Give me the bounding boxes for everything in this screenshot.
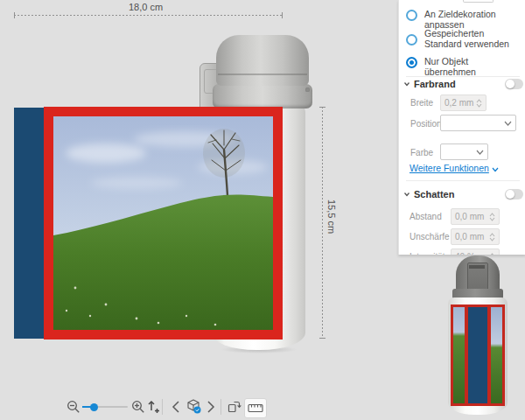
ruler-icon xyxy=(248,403,263,413)
unschaerfe-value: 0,0 mm xyxy=(455,232,484,242)
position-label: Position xyxy=(410,119,442,129)
radio-label: Gespeicherten Standard verwenden xyxy=(424,28,522,49)
next-view-icon[interactable] xyxy=(206,401,216,413)
farbrand-section-title: Farbrand xyxy=(414,79,456,89)
width-dimension-tick-right xyxy=(282,12,283,18)
radio-label: An Zieldekoration anpassen xyxy=(424,9,522,30)
height-dimension-line xyxy=(322,107,323,339)
schatten-section-header[interactable]: Schatten xyxy=(403,189,454,200)
toolbar-divider xyxy=(220,399,221,415)
3d-view-icon[interactable] xyxy=(186,398,202,415)
radio-circle[interactable] xyxy=(406,10,417,21)
stepper-down-icon[interactable] xyxy=(489,237,495,242)
design-photo-frame[interactable] xyxy=(44,107,283,340)
radio-circle-selected[interactable] xyxy=(406,57,417,68)
landscape-photo-graphic xyxy=(53,116,273,330)
abstand-stepper[interactable] xyxy=(489,213,495,221)
stepper-down-icon[interactable] xyxy=(489,217,495,221)
chevron-down-icon xyxy=(403,191,410,198)
breite-label: Breite xyxy=(410,98,433,108)
stepper-down-icon[interactable] xyxy=(476,103,482,108)
width-dimension-line xyxy=(14,15,283,16)
toolbar-divider xyxy=(162,399,163,415)
position-dropdown[interactable] xyxy=(440,115,516,131)
measurements-toggle-button[interactable] xyxy=(244,398,267,418)
copy-design-icon[interactable] xyxy=(227,399,242,414)
toggle-knob xyxy=(506,190,514,199)
chevron-down-icon xyxy=(476,150,484,155)
farbe-dropdown[interactable] xyxy=(440,144,488,160)
preview-design-wrap xyxy=(451,304,505,406)
farbrand-toggle[interactable] xyxy=(505,79,523,89)
schatten-section-title: Schatten xyxy=(414,189,454,200)
toggle-knob xyxy=(506,80,514,88)
abstand-input[interactable]: 0,0 mm xyxy=(451,208,500,225)
zoom-out-icon[interactable] xyxy=(66,400,80,414)
radio-label: Nur Objekt übernehmen xyxy=(424,56,522,77)
previous-view-icon[interactable] xyxy=(171,401,181,413)
design-photo[interactable] xyxy=(53,116,273,330)
radio-option-zieldekoration[interactable]: An Zieldekoration anpassen xyxy=(406,9,522,30)
zoom-slider-handle[interactable] xyxy=(90,403,98,411)
bottle-cap-base xyxy=(213,84,312,108)
zoom-in-icon[interactable] xyxy=(131,400,145,414)
radio-option-nur-objekt[interactable]: Nur Objekt übernehmen xyxy=(406,56,522,77)
design-navy-stripe[interactable] xyxy=(14,108,44,339)
height-dimension-tick-top xyxy=(319,107,326,108)
settings-panel: An Zieldekoration anpassen Gespeicherten… xyxy=(398,0,525,255)
breite-input[interactable]: 0,2 mm xyxy=(440,94,486,111)
chevron-down-icon xyxy=(492,167,499,172)
schatten-toggle[interactable] xyxy=(505,189,523,200)
radio-circle[interactable] xyxy=(406,34,417,46)
breite-value: 0,2 mm xyxy=(444,98,473,108)
farbrand-section-header[interactable]: Farbrand xyxy=(403,79,456,89)
unschaerfe-stepper[interactable] xyxy=(489,233,495,242)
link-label: Weitere Funktionen xyxy=(410,163,489,173)
panel-divider xyxy=(406,180,520,181)
chevron-down-icon xyxy=(504,121,512,126)
preview-photo-left xyxy=(453,307,465,403)
abstand-label: Abstand xyxy=(410,212,442,221)
clipped-control-remnant xyxy=(463,0,494,3)
unschaerfe-label: Unschärfe xyxy=(410,232,450,242)
preview-photo-right xyxy=(491,307,502,403)
height-dimension-tick-bottom xyxy=(319,338,326,339)
panel-divider xyxy=(406,76,520,77)
radio-option-standard[interactable]: Gespeicherten Standard verwenden xyxy=(406,28,522,49)
preview-navy-stripe xyxy=(468,307,487,403)
unschaerfe-input[interactable]: 0,0 mm xyxy=(451,228,500,245)
breite-stepper[interactable] xyxy=(476,99,482,108)
fit-view-icon[interactable] xyxy=(145,399,160,414)
weitere-funktionen-link[interactable]: Weitere Funktionen xyxy=(410,163,499,173)
design-editor: 18,0 cm 15,5 cm xyxy=(0,0,525,420)
product-preview-thumbnail[interactable] xyxy=(438,252,521,420)
bottle-cap-hinge xyxy=(305,88,310,92)
bottle-cap xyxy=(216,35,309,86)
abstand-value: 0,0 mm xyxy=(455,212,484,221)
chevron-down-icon xyxy=(403,80,410,88)
width-dimension-tick-left xyxy=(14,12,15,18)
zoom-slider[interactable] xyxy=(82,400,128,414)
farbe-label: Farbe xyxy=(410,148,433,158)
bottle-cap-seam xyxy=(218,74,307,75)
width-dimension-label: 18,0 cm xyxy=(129,2,163,12)
preview-cap-bar xyxy=(469,265,485,269)
height-dimension-label: 15,5 cm xyxy=(326,200,337,234)
